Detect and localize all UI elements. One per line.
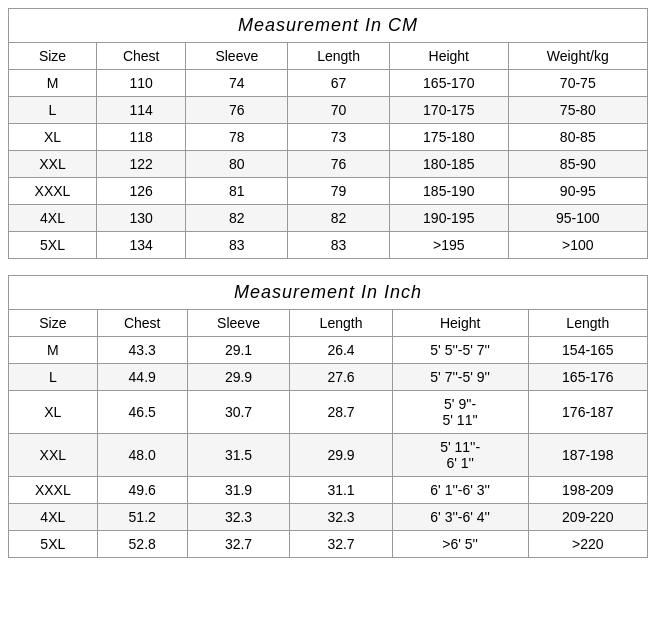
cm-header-row: SizeChestSleeveLengthHeightWeight/kg <box>9 43 648 70</box>
table-row: XL46.530.728.75' 9''- 5' 11''176-187 <box>9 391 648 434</box>
cm-col-header: Sleeve <box>186 43 288 70</box>
table-row: 4XL1308282190-19595-100 <box>9 205 648 232</box>
cm-col-header: Height <box>389 43 508 70</box>
cm-col-header: Length <box>288 43 390 70</box>
table-row: XL1187873175-18080-85 <box>9 124 648 151</box>
inch-section: Measurement In Inch SizeChestSleeveLengt… <box>8 275 648 558</box>
table-row: M1107467165-17070-75 <box>9 70 648 97</box>
table-row: 4XL51.232.332.36' 3''-6' 4''209-220 <box>9 504 648 531</box>
table-row: L44.929.927.65' 7''-5' 9''165-176 <box>9 364 648 391</box>
cm-title: Measurement In CM <box>9 9 648 43</box>
cm-section: Measurement In CM SizeChestSleeveLengthH… <box>8 8 648 259</box>
table-row: XXXL49.631.931.16' 1''-6' 3''198-209 <box>9 477 648 504</box>
table-row: XXL1228076180-18585-90 <box>9 151 648 178</box>
inch-col-header: Size <box>9 310 98 337</box>
cm-table: Measurement In CM SizeChestSleeveLengthH… <box>8 8 648 259</box>
inch-header-row: SizeChestSleeveLengthHeightLength <box>9 310 648 337</box>
table-row: XXL48.031.529.95' 11''- 6' 1''187-198 <box>9 434 648 477</box>
table-row: XXXL1268179185-19090-95 <box>9 178 648 205</box>
table-row: L1147670170-17575-80 <box>9 97 648 124</box>
inch-col-header: Length <box>528 310 647 337</box>
cm-col-header: Chest <box>96 43 185 70</box>
table-row: 5XL52.832.732.7>6' 5''>220 <box>9 531 648 558</box>
inch-col-header: Height <box>392 310 528 337</box>
inch-table: Measurement In Inch SizeChestSleeveLengt… <box>8 275 648 558</box>
table-row: M43.329.126.45' 5''-5' 7''154-165 <box>9 337 648 364</box>
inch-title: Measurement In Inch <box>9 276 648 310</box>
table-row: 5XL1348383>195>100 <box>9 232 648 259</box>
cm-col-header: Weight/kg <box>508 43 647 70</box>
inch-col-header: Sleeve <box>187 310 289 337</box>
inch-col-header: Chest <box>97 310 187 337</box>
cm-col-header: Size <box>9 43 97 70</box>
inch-col-header: Length <box>290 310 393 337</box>
